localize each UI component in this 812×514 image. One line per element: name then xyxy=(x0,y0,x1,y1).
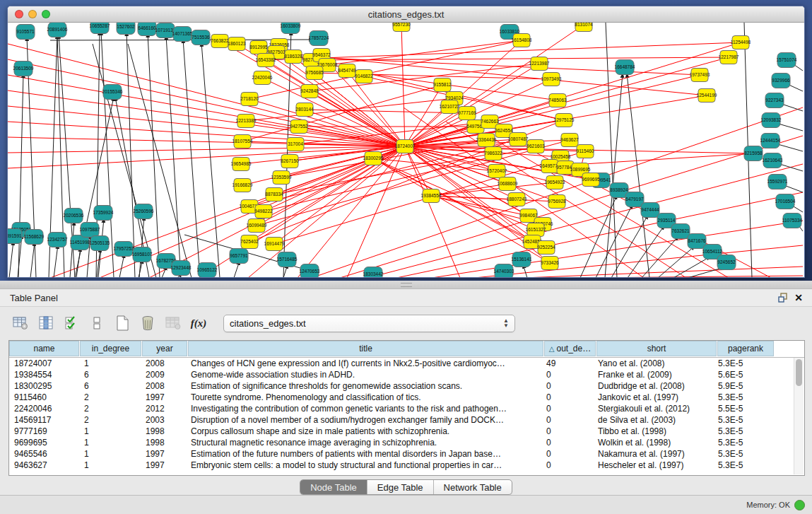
table-row[interactable]: 946362711997Embryonic stem cells: a mode… xyxy=(9,460,804,471)
memory-status-label: Memory: OK xyxy=(746,501,790,509)
window-zoom-button[interactable] xyxy=(42,10,50,18)
table-row[interactable]: 1872400712008Changes of HCN gene express… xyxy=(9,358,804,369)
graph-node-label: 9155812 xyxy=(433,82,452,87)
table-cell: 5.3E-5 xyxy=(713,460,770,470)
panel-split-divider[interactable] xyxy=(0,281,812,289)
graph-node-label: 15136141 xyxy=(512,257,532,262)
graph-node-label: 7515536 xyxy=(192,35,210,40)
table-scrollbar[interactable] xyxy=(794,358,804,474)
new-column-icon[interactable] xyxy=(112,313,133,334)
table-row[interactable]: 946554611997Estimation of the future num… xyxy=(9,448,804,460)
network-window[interactable]: citations_edges.txt 18724007910557120891… xyxy=(7,6,805,278)
table-row[interactable]: 1830029562008Estimation of significance … xyxy=(9,380,804,392)
graph-node-label: 18303442 xyxy=(363,271,384,276)
float-window-icon[interactable] xyxy=(775,291,791,304)
graph-node-label: 16958107 xyxy=(132,252,153,257)
graph-node-label: 7986322 xyxy=(484,151,502,156)
graph-node-label: 11451998 xyxy=(70,240,90,245)
graph-node-label: 20613509 xyxy=(13,66,34,71)
graph-node-label: 12923448 xyxy=(171,265,192,270)
graph-node-label: 12213987 xyxy=(529,61,550,66)
graph-node-label: 8912995 xyxy=(249,45,268,49)
graph-node-label: 19654923 xyxy=(545,180,565,185)
graph-node-label: 16210643 xyxy=(763,158,783,163)
table-row[interactable]: 911546021997Tourette syndrome. Phenomeno… xyxy=(9,392,804,403)
table-cell: 9777169 xyxy=(9,426,79,436)
tab-edge-table[interactable]: Edge Table xyxy=(367,480,434,494)
graph-node-label: 9105571 xyxy=(16,29,35,34)
table-cell: Tourette syndrome. Phenomenology and cla… xyxy=(186,392,541,402)
column-header-pagerank[interactable]: pagerank xyxy=(717,341,774,356)
table-cell: 2 xyxy=(79,404,141,414)
window-minimize-button[interactable] xyxy=(28,10,37,18)
attribute-table: namein_degreeyeartitle△out_de…shortpager… xyxy=(8,340,805,476)
delete-column-icon[interactable] xyxy=(137,313,158,334)
desktop-background: citations_edges.txt 18724007910557120891… xyxy=(0,0,812,281)
graph-node-label: 16543382 xyxy=(256,57,276,62)
graph-node-label: 11254498 xyxy=(731,40,751,45)
graph-node-label: 9474444 xyxy=(641,207,659,212)
network-window-titlebar[interactable]: citations_edges.txt xyxy=(8,6,804,23)
table-panel-title: Table Panel xyxy=(0,293,775,303)
graph-node-label: 22420046 xyxy=(252,75,273,80)
graph-node-label: 10899695 xyxy=(570,167,591,172)
column-header-short[interactable]: short xyxy=(596,341,717,356)
select-all-rows-icon[interactable] xyxy=(61,313,82,334)
table-cell: 5.3E-5 xyxy=(713,438,770,448)
graph-node-label: 9557230 xyxy=(392,23,411,27)
column-visibility-icon[interactable] xyxy=(35,313,57,334)
delete-table-icon xyxy=(163,313,184,334)
table-cell: 9699695 xyxy=(9,438,79,448)
graph-node-label: 16210723 xyxy=(440,104,460,109)
tab-network-table[interactable]: Network Table xyxy=(434,480,512,494)
table-selector-dropdown[interactable]: citations_edges.txt ▲▼ xyxy=(223,315,515,332)
scrollbar-thumb[interactable] xyxy=(796,359,802,386)
close-icon[interactable]: ✕ xyxy=(791,291,806,304)
table-cell: 1 xyxy=(79,460,141,470)
graph-node-label: 8267150 xyxy=(281,158,299,163)
graph-node-label: 15720407 xyxy=(487,168,507,173)
column-header-year[interactable]: year xyxy=(142,341,187,356)
graph-node-label: 9227343 xyxy=(765,98,784,103)
table-cell: Structural magnetic resonance image aver… xyxy=(186,438,541,448)
graph-node-label: 2803144 xyxy=(295,107,314,112)
table-cell: 2012 xyxy=(141,404,186,414)
table-cell: Nakamura et al. (1997) xyxy=(593,449,713,459)
table-cell: de Silva et al. (2003) xyxy=(593,415,713,425)
column-header-in_degree[interactable]: in_degree xyxy=(80,341,141,356)
table-row[interactable]: 1456911722003Disruption of a novel membe… xyxy=(9,414,804,426)
table-cell: 1997 xyxy=(141,449,186,459)
graph-node-label: 7485063 xyxy=(548,98,567,103)
graph-node-label: 20891406 xyxy=(47,27,68,32)
table-cell: 2 xyxy=(79,392,141,402)
graph-node-label: 10975887 xyxy=(80,227,100,232)
window-close-button[interactable] xyxy=(15,10,23,18)
graph-node-label: 10655287 xyxy=(90,23,110,28)
column-header-name[interactable]: name xyxy=(9,341,79,356)
table-row[interactable]: 2242004622012Investigating the contribut… xyxy=(9,403,804,414)
graph-node-label: 23364436 xyxy=(476,137,497,142)
graph-node-label: 9777169 xyxy=(458,110,476,115)
table-toolbar: f(x) citations_edges.txt ▲▼ xyxy=(0,307,812,339)
column-header-label: out_de… xyxy=(557,344,592,354)
network-canvas[interactable]: 1872400791055712089140610655287152760264… xyxy=(8,23,804,277)
graph-node-label: 12213389 xyxy=(236,118,257,123)
function-builder-icon[interactable]: f(x) xyxy=(188,313,209,334)
clear-selection-icon[interactable] xyxy=(86,313,107,334)
graph-node-label: 12342757 xyxy=(47,237,68,242)
table-row[interactable]: 1938455462009Genome-wide association stu… xyxy=(9,369,804,380)
graph-node-label: 6479197 xyxy=(625,197,644,201)
graph-node-label: 9427552 xyxy=(290,124,308,129)
table-cell: Dudbridge et al. (2008) xyxy=(593,381,713,391)
tab-node-table[interactable]: Node Table xyxy=(300,480,367,494)
column-header-out_de[interactable]: △out_de… xyxy=(544,341,596,356)
graph-node-label: 19654985 xyxy=(231,161,252,166)
table-settings-icon[interactable] xyxy=(10,313,31,334)
table-cell: Estimation of the future numbers of pati… xyxy=(186,449,541,459)
table-row[interactable]: 969969511998Structural magnetic resonanc… xyxy=(9,437,804,448)
table-row[interactable]: 977716911998Corpus callosum shape and si… xyxy=(9,426,804,437)
graph-node-label: 16914479 xyxy=(264,241,285,246)
column-header-title[interactable]: title xyxy=(188,341,543,356)
graph-node-label: 2935114 xyxy=(658,218,676,223)
graph-node-label: 12544199 xyxy=(697,93,717,98)
